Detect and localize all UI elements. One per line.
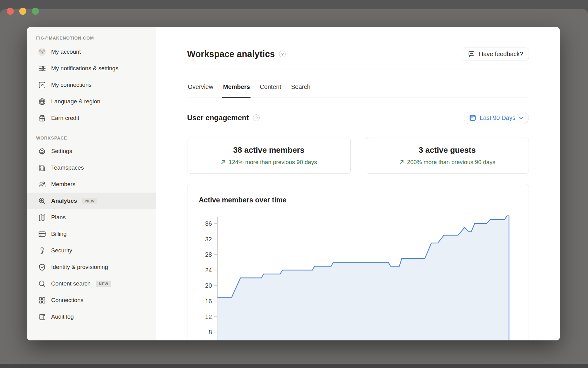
stat-card-38-active-members: 38 active members124% more than previous…: [187, 137, 351, 174]
stat-cards-row: 38 active members124% more than previous…: [187, 137, 529, 174]
sidebar-item-members[interactable]: Members: [27, 176, 156, 193]
magnifier-icon: [38, 280, 46, 288]
menu-bar-band: [0, 0, 588, 10]
y-tick-label: 16: [205, 298, 212, 305]
have-feedback-button[interactable]: Have feedback?: [462, 48, 529, 60]
y-tick-label: 36: [205, 220, 212, 227]
key-icon: [38, 247, 46, 255]
workspace-nav: SettingsTeamspacesMembersAnalyticsNEWPla…: [27, 143, 156, 325]
sidebar-item-settings[interactable]: Settings: [27, 143, 156, 159]
avatar-icon: [38, 48, 46, 56]
stat-card-3-active-guests: 3 active guests200% more than previous 9…: [366, 137, 529, 174]
new-badge: NEW: [82, 198, 97, 204]
sidebar-item-earn-credit[interactable]: Earn credit: [27, 110, 156, 126]
date-range-button[interactable]: Last 90 Days: [464, 112, 529, 124]
tab-content[interactable]: Content: [259, 82, 282, 98]
bottom-strip: [0, 364, 588, 368]
y-tick-label: 24: [205, 267, 212, 274]
active-members-chart: 363228242016128: [187, 184, 529, 340]
sidebar-item-label: My notifications & settings: [51, 64, 119, 72]
window-controls: [7, 8, 39, 15]
sidebar-item-label: Members: [51, 180, 75, 188]
sidebar-item-my-connections[interactable]: My connections: [27, 77, 156, 93]
stat-value: 38 active members: [233, 145, 304, 155]
sidebar-item-label: My connections: [51, 81, 92, 89]
tab-members[interactable]: Members: [222, 82, 251, 98]
sidebar-item-my-account[interactable]: My account: [27, 44, 156, 60]
grid-icon: [38, 296, 46, 305]
credit-card-icon: [38, 230, 46, 238]
sidebar-item-analytics[interactable]: AnalyticsNEW: [27, 193, 156, 209]
sidebar-item-label: Security: [51, 247, 72, 255]
shield-check-icon: [38, 263, 46, 271]
scroll-icon: [38, 313, 46, 321]
help-icon[interactable]: ?: [279, 51, 286, 57]
page-title: Workspace analytics: [187, 49, 275, 59]
sidebar-item-label: Identity & provisioning: [51, 263, 108, 271]
sidebar-item-label: Earn credit: [51, 114, 79, 122]
arrow-square-out-icon: [38, 81, 46, 89]
sidebar-item-billing[interactable]: Billing: [27, 226, 156, 242]
building-icon: [38, 164, 46, 172]
settings-sidebar: FIG@MAKENOTION.COM My accountMy notifica…: [27, 27, 156, 340]
sidebar-item-label: Settings: [51, 147, 72, 155]
sliders-icon: [38, 64, 46, 73]
sidebar-item-label: Audit log: [51, 313, 74, 321]
feedback-bubble-icon: [468, 50, 475, 58]
sidebar-item-audit-log[interactable]: Audit log: [27, 309, 156, 325]
sidebar-item-plans[interactable]: Plans: [27, 209, 156, 226]
header-divider: [187, 70, 529, 70]
sidebar-item-teamspaces[interactable]: Teamspaces: [27, 159, 156, 176]
globe-icon: [38, 98, 46, 106]
chart-card: Active members over time 363228242016128: [187, 184, 529, 340]
sidebar-item-label: Language & region: [51, 98, 100, 105]
tabs-bar: OverviewMembersContentSearch: [187, 82, 529, 98]
y-tick-label: 8: [209, 329, 212, 335]
sidebar-item-label: Teamspaces: [51, 164, 84, 172]
sidebar-item-language-region[interactable]: Language & region: [27, 93, 156, 110]
stat-delta: 124% more than previous 90 days: [221, 159, 317, 166]
trend-up-icon: [221, 159, 226, 165]
calendar-icon: [469, 114, 477, 122]
stat-value: 3 active guests: [419, 145, 476, 155]
user-engagement-heading: User engagement: [187, 113, 249, 122]
y-tick-label: 32: [205, 236, 212, 243]
account-nav: My accountMy notifications & settingsMy …: [27, 44, 156, 126]
sidebar-item-label: Plans: [51, 213, 66, 221]
tab-search[interactable]: Search: [290, 82, 311, 98]
sidebar-item-my-notifications-settings[interactable]: My notifications & settings: [27, 60, 156, 77]
gift-icon: [38, 114, 46, 122]
sidebar-item-connections[interactable]: Connections: [27, 292, 156, 309]
workspace-section-label: WORKSPACE: [27, 136, 156, 140]
chevron-down-icon: [518, 115, 524, 121]
sidebar-item-label: My account: [51, 48, 81, 56]
new-badge: NEW: [96, 281, 111, 287]
sidebar-item-security[interactable]: Security: [27, 242, 156, 259]
people-icon: [38, 180, 46, 189]
trend-up-icon: [399, 159, 404, 165]
engagement-header: User engagement ? Last 90 Days: [187, 111, 529, 124]
y-tick-label: 28: [205, 251, 212, 258]
date-range-label: Last 90 Days: [480, 114, 515, 121]
settings-window: FIG@MAKENOTION.COM My accountMy notifica…: [27, 27, 560, 340]
sidebar-item-label: Connections: [51, 296, 84, 304]
sidebar-item-label: Analytics: [51, 197, 77, 205]
traffic-light-close[interactable]: [7, 8, 14, 15]
sidebar-item-label: Content search: [51, 280, 91, 288]
account-email: FIG@MAKENOTION.COM: [27, 36, 156, 40]
engagement-help-icon[interactable]: ?: [253, 114, 260, 121]
sidebar-item-identity-provisioning[interactable]: Identity & provisioning: [27, 259, 156, 275]
y-tick-label: 20: [205, 282, 212, 289]
sidebar-item-content-search[interactable]: Content searchNEW: [27, 275, 156, 292]
tab-overview[interactable]: Overview: [187, 82, 214, 98]
traffic-light-zoom[interactable]: [32, 8, 39, 15]
y-tick-label: 12: [205, 313, 212, 320]
traffic-light-minimize[interactable]: [19, 8, 26, 15]
magnifier-plus-icon: [38, 197, 46, 205]
stat-delta-text: 124% more than previous 90 days: [229, 159, 317, 166]
stat-delta: 200% more than previous 90 days: [399, 159, 495, 166]
sidebar-item-label: Billing: [51, 230, 67, 238]
map-icon: [38, 213, 46, 222]
have-feedback-label: Have feedback?: [479, 51, 523, 58]
gear-icon: [38, 147, 46, 155]
